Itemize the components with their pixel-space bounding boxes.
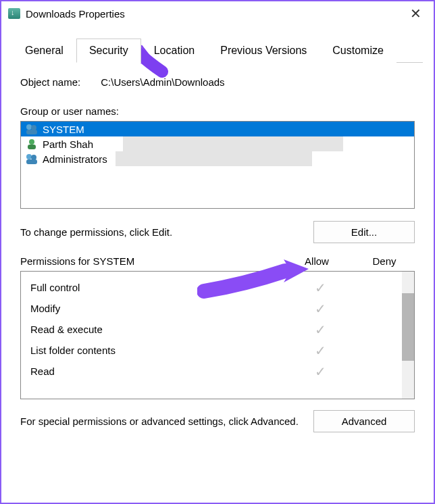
advanced-hint-text: For special permissions or advanced sett…	[20, 415, 313, 428]
perm-name: Modify	[30, 303, 283, 314]
user-row-system[interactable]: SYSTEM	[21, 122, 414, 136]
check-icon: ✓	[283, 363, 357, 380]
tab-strip: General Security Location Previous Versi…	[12, 38, 423, 63]
svg-point-6	[31, 155, 36, 160]
permissions-table: Full control ✓ Modify ✓ Read & execute ✓…	[20, 271, 415, 399]
object-name-label: Object name:	[20, 76, 80, 88]
column-allow: Allow	[280, 255, 354, 267]
folder-download-icon	[8, 8, 20, 19]
perm-row: Read & execute ✓	[30, 319, 405, 340]
perm-name: Read & execute	[30, 324, 283, 335]
svg-point-3	[29, 139, 34, 145]
tab-security[interactable]: Security	[76, 39, 141, 63]
user-list[interactable]: SYSTEM Parth Shah Administrators	[20, 121, 415, 209]
edit-hint-text: To change permissions, click Edit.	[20, 226, 172, 238]
titlebar: Downloads Properties ✕	[1, 1, 434, 26]
user-row-parth[interactable]: Parth Shah	[21, 136, 414, 151]
check-icon: ✓	[283, 343, 357, 359]
user-row-admins[interactable]: Administrators	[21, 151, 414, 166]
check-icon: ✓	[283, 301, 357, 317]
scrollbar[interactable]	[402, 272, 414, 399]
scrollbar-thumb[interactable]	[402, 293, 414, 361]
user-name: Parth Shah	[43, 138, 93, 150]
object-name-value: C:\Users\Admin\Downloads	[101, 76, 224, 88]
perm-name: Full control	[30, 282, 283, 293]
svg-point-1	[31, 125, 36, 130]
close-icon[interactable]: ✕	[405, 5, 427, 22]
permissions-header: Permissions for SYSTEM	[20, 255, 280, 267]
perm-row: List folder contents ✓	[30, 340, 405, 361]
group-icon	[25, 153, 39, 165]
tab-general[interactable]: General	[12, 39, 76, 63]
advanced-button[interactable]: Advanced	[313, 410, 415, 432]
edit-button[interactable]: Edit...	[313, 221, 415, 243]
perm-row: Modify ✓	[30, 298, 405, 319]
perm-name: Read	[30, 366, 283, 377]
group-icon	[25, 123, 39, 135]
group-users-label: Group or user names:	[20, 105, 415, 117]
tab-location[interactable]: Location	[141, 39, 208, 63]
check-icon: ✓	[283, 280, 357, 296]
column-deny: Deny	[354, 255, 415, 267]
svg-point-0	[26, 124, 32, 130]
tab-customize[interactable]: Customize	[319, 39, 396, 63]
perm-name: List folder contents	[30, 345, 283, 356]
svg-rect-2	[26, 130, 37, 134]
svg-point-5	[26, 154, 32, 159]
perm-row: Full control ✓	[30, 277, 405, 298]
user-name: Administrators	[43, 153, 107, 165]
user-icon	[25, 138, 39, 150]
check-icon: ✓	[283, 322, 357, 338]
svg-rect-7	[26, 159, 37, 164]
svg-rect-4	[28, 145, 36, 149]
user-name: SYSTEM	[43, 124, 84, 135]
perm-row: Read ✓	[30, 361, 405, 382]
tab-previous-versions[interactable]: Previous Versions	[207, 39, 319, 63]
window-title: Downloads Properties	[26, 8, 125, 20]
